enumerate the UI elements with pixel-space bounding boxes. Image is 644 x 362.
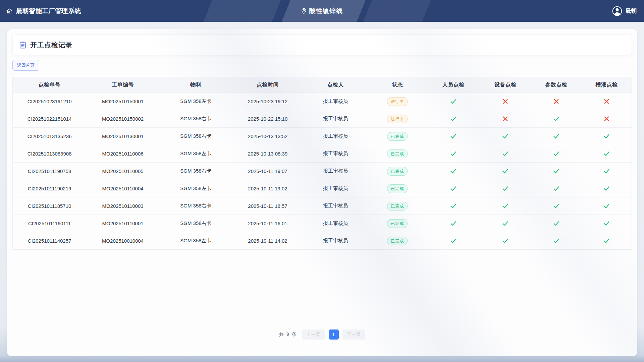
cell-parameter-check [531,197,582,215]
cell-equipment-check [480,110,531,128]
column-header: 物料 [159,77,232,93]
cell-inspection-id: CI20251011190758 [13,163,87,180]
home-icon [6,8,12,14]
cell-bath-check [582,110,632,128]
table-row: CI20251011190758 MO202510110005 SGM 358右… [13,163,632,180]
table-row: CI20251023191210 MO202510150001 SGM 358左… [13,93,632,110]
cell-inspection-id: CI20251011160111 [13,215,87,232]
cross-icon [603,116,610,122]
cell-bath-check [582,180,632,197]
cell-equipment-check [480,197,531,215]
check-icon [450,150,457,157]
cell-time: 2025-10-11 16:01 [232,215,303,232]
page-1-button[interactable]: 1 [329,329,339,340]
check-icon [502,150,509,157]
cell-parameter-check [531,163,582,180]
check-icon [502,202,509,209]
column-header: 工单编号 [86,77,159,93]
cell-time: 2025-10-13 08:39 [232,145,303,163]
cell-status: 已完成 [368,197,427,215]
cell-status: 已完成 [368,145,427,163]
clipboard-icon [19,41,26,49]
cell-bath-check [582,93,632,110]
column-header: 人员点检 [427,77,480,93]
cell-bath-check [582,215,632,232]
cell-work-order: MO202510110004 [86,180,159,197]
cell-inspector: 报工审核员 [303,215,368,232]
status-badge: 已完成 [387,237,408,245]
cell-material: SGM 358右卡 [159,197,232,215]
cell-time: 2025-10-23 19:12 [232,93,303,110]
cell-inspector: 报工审核员 [303,180,368,197]
cell-inspection-id: CI20251011185710 [13,197,87,215]
check-icon [502,168,509,175]
cell-status: 进行中 [368,93,427,110]
cell-inspector: 报工审核员 [303,197,368,215]
table-row: CI20251013083908 MO202510110006 SGM 358左… [13,145,632,163]
check-icon [502,220,509,227]
pagination: 共 9 条 上一页 1 下一页 [12,329,632,340]
cell-work-order: MO202510110003 [86,197,159,215]
check-icon [553,168,560,175]
main-card: 开工点检记录 返回首页 点检单号工单编号物料点检时间点检人状态人员点检设备点检参… [7,29,637,356]
top-navbar: 晟朝智能工厂管理系统 酸性镀锌线 晟朝 [0,0,644,22]
cell-parameter-check [531,215,582,232]
next-page-button[interactable]: 下一页 [342,329,365,340]
check-icon [553,185,560,192]
cell-work-order: MO202510150002 [86,110,159,128]
cell-personnel-check [427,232,480,250]
table-row: CI20251011160111 MO202510110001 SGM 358右… [13,215,632,232]
cell-equipment-check [480,145,531,163]
cell-material: SGM 358右卡 [159,110,232,128]
status-badge: 已完成 [387,184,408,193]
cell-personnel-check [427,110,480,128]
cell-parameter-check [531,128,582,145]
status-badge: 已完成 [387,202,408,210]
cell-inspector: 报工审核员 [303,128,368,145]
cell-equipment-check [480,93,531,110]
back-home-button[interactable]: 返回首页 [12,60,39,71]
cell-time: 2025-10-22 15:10 [232,110,303,128]
check-icon [553,115,560,122]
cross-icon [603,98,610,105]
cell-status: 已完成 [368,163,427,180]
cell-personnel-check [427,128,480,145]
cell-inspection-id: CI20251011190219 [13,180,87,197]
cell-personnel-check [427,163,480,180]
cell-work-order: MO202510010004 [86,232,159,250]
cell-material: SGM 358左卡 [159,232,232,250]
check-icon [553,150,560,157]
cell-bath-check [582,145,632,163]
cell-time: 2025-10-11 14:02 [232,232,303,250]
table-row: CI20251011185710 MO202510110003 SGM 358右… [13,197,632,215]
cell-equipment-check [480,232,531,250]
page-header: 开工点检记录 [12,35,632,55]
cell-personnel-check [427,145,480,163]
status-badge: 已完成 [387,132,408,141]
column-header: 槽液点检 [582,77,632,93]
cell-time: 2025-10-13 13:52 [232,128,303,145]
check-icon [450,133,457,140]
cell-material: SGM 358左卡 [159,180,232,197]
column-header: 点检单号 [13,77,87,93]
check-icon [450,98,457,105]
column-header: 状态 [368,77,427,93]
user-avatar-icon[interactable] [612,6,622,16]
cell-inspector: 报工审核员 [303,93,368,110]
cell-material: SGM 358右卡 [159,215,232,232]
cell-material: SGM 358右卡 [159,128,232,145]
inspection-table: 点检单号工单编号物料点检时间点检人状态人员点检设备点检参数点检槽液点检 CI20… [12,77,632,250]
cell-inspector: 报工审核员 [303,232,368,250]
prev-page-button[interactable]: 上一页 [302,329,325,340]
check-icon [603,237,610,244]
cell-material: SGM 358左卡 [159,93,232,110]
cell-inspector: 报工审核员 [303,110,368,128]
cell-inspector: 报工审核员 [303,145,368,163]
check-icon [603,220,610,227]
column-header: 设备点检 [480,77,531,93]
table-row: CI20251011140257 MO202510010004 SGM 358左… [13,232,632,250]
check-icon [553,220,560,227]
status-badge: 已完成 [387,167,408,176]
check-icon [603,202,610,209]
cell-inspection-id: CI20251023191210 [13,93,87,110]
